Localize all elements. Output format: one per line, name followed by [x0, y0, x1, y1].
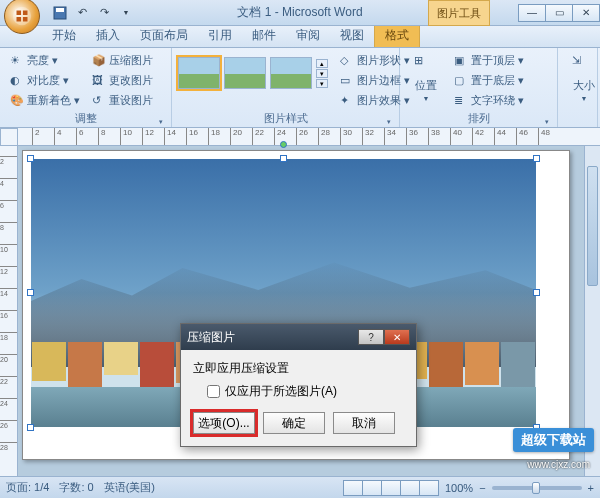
dialog-title: 压缩图片 [187, 329, 235, 346]
reset-icon: ↺ [92, 94, 106, 108]
view-outline[interactable] [400, 480, 420, 496]
view-draft[interactable] [419, 480, 439, 496]
watermark-url: www.cjxz.com [527, 459, 590, 470]
zoom-level[interactable]: 100% [445, 482, 473, 494]
tab-format[interactable]: 格式 [374, 23, 420, 47]
ribbon-tabs: 开始 插入 页面布局 引用 邮件 审阅 视图 格式 [0, 26, 600, 48]
brightness-button[interactable]: ☀亮度 ▾ [6, 51, 84, 70]
front-icon: ▣ [454, 54, 468, 68]
bring-front-button[interactable]: ▣置于顶层 ▾ [450, 51, 528, 70]
tab-insert[interactable]: 插入 [86, 24, 130, 47]
recolor-button[interactable]: 🎨重新着色 ▾ [6, 91, 84, 110]
style-preset-2[interactable] [224, 57, 266, 89]
gallery-down-icon[interactable]: ▾ [316, 69, 328, 78]
group-adjust-label: 调整 [6, 110, 165, 128]
qat-dropdown-icon[interactable]: ▼ [118, 5, 134, 21]
view-print-layout[interactable] [343, 480, 363, 496]
shape-icon: ◇ [340, 54, 354, 68]
redo-icon[interactable]: ↷ [96, 5, 112, 21]
position-button[interactable]: ⊞位置▼ [406, 51, 446, 105]
status-words[interactable]: 字数: 0 [59, 480, 93, 495]
maximize-button[interactable]: ▭ [545, 4, 573, 22]
tab-review[interactable]: 审阅 [286, 24, 330, 47]
tab-mail[interactable]: 邮件 [242, 24, 286, 47]
compress-pictures-dialog: 压缩图片 ? ✕ 立即应用压缩设置 仅应用于所选图片(A) 选项(O)... 确… [180, 323, 417, 447]
tab-references[interactable]: 引用 [198, 24, 242, 47]
zoom-out-button[interactable]: − [479, 482, 485, 494]
undo-icon[interactable]: ↶ [74, 5, 90, 21]
group-arrange-label: 排列 [406, 110, 551, 128]
size-icon: ⇲ [572, 54, 596, 76]
checkbox-input[interactable] [207, 385, 220, 398]
watermark-badge: 超级下载站 [513, 428, 594, 452]
border-icon: ▭ [340, 74, 354, 88]
dialog-help-button[interactable]: ? [358, 329, 384, 345]
group-styles-label: 图片样式 [178, 110, 393, 128]
contrast-button[interactable]: ◐对比度 ▾ [6, 71, 84, 90]
dialog-heading: 立即应用压缩设置 [193, 360, 404, 377]
ok-button[interactable]: 确定 [263, 412, 325, 434]
contextual-tab-label: 图片工具 [428, 0, 490, 26]
effects-icon: ✦ [340, 94, 354, 108]
minimize-button[interactable]: — [518, 4, 546, 22]
change-icon: 🖼 [92, 74, 106, 88]
svg-point-0 [13, 6, 31, 24]
zoom-in-button[interactable]: + [588, 482, 594, 494]
reset-picture-button[interactable]: ↺重设图片 [88, 91, 157, 110]
office-button[interactable] [4, 0, 40, 34]
view-web[interactable] [381, 480, 401, 496]
send-back-button[interactable]: ▢置于底层 ▾ [450, 71, 528, 90]
cancel-button[interactable]: 取消 [333, 412, 395, 434]
window-title: 文档 1 - Microsoft Word [237, 4, 362, 21]
apply-selected-checkbox[interactable]: 仅应用于所选图片(A) [207, 383, 404, 400]
palette-icon: 🎨 [10, 94, 24, 108]
size-button[interactable]: ⇲大小▼ [564, 51, 600, 105]
save-icon[interactable] [52, 5, 68, 21]
style-preset-1[interactable] [178, 57, 220, 89]
zoom-slider-thumb[interactable] [532, 482, 540, 494]
horizontal-ruler[interactable]: 2468101214161820222426283032343638404244… [18, 128, 600, 146]
gallery-more-icon[interactable]: ▾ [316, 79, 328, 88]
vertical-ruler[interactable]: 246810121416182022242628 [0, 146, 18, 476]
wrap-icon: ≣ [454, 94, 468, 108]
back-icon: ▢ [454, 74, 468, 88]
vertical-scrollbar[interactable] [584, 146, 600, 476]
compress-pictures-button[interactable]: 📦压缩图片 [88, 51, 157, 70]
zoom-slider[interactable] [492, 486, 582, 490]
dialog-close-button[interactable]: ✕ [384, 329, 410, 345]
scrollbar-thumb[interactable] [587, 166, 598, 286]
text-wrap-button[interactable]: ≣文字环绕 ▾ [450, 91, 528, 110]
tab-view[interactable]: 视图 [330, 24, 374, 47]
ruler-corner [0, 128, 18, 146]
style-preset-3[interactable] [270, 57, 312, 89]
contrast-icon: ◐ [10, 74, 24, 88]
change-picture-button[interactable]: 🖼更改图片 [88, 71, 157, 90]
tab-home[interactable]: 开始 [42, 24, 86, 47]
sun-icon: ☀ [10, 54, 24, 68]
options-button[interactable]: 选项(O)... [193, 412, 255, 434]
status-page[interactable]: 页面: 1/4 [6, 480, 49, 495]
view-full-screen[interactable] [362, 480, 382, 496]
svg-rect-2 [56, 8, 64, 12]
gallery-up-icon[interactable]: ▴ [316, 59, 328, 68]
position-icon: ⊞ [414, 54, 438, 76]
close-button[interactable]: ✕ [572, 4, 600, 22]
tab-layout[interactable]: 页面布局 [130, 24, 198, 47]
compress-icon: 📦 [92, 54, 106, 68]
status-language[interactable]: 英语(美国) [104, 480, 155, 495]
